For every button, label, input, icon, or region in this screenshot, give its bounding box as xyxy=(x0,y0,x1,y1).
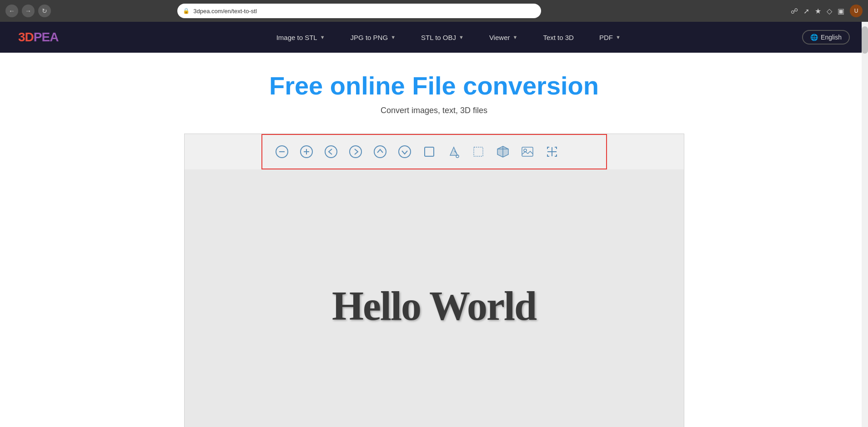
language-button[interactable]: 🌐 English xyxy=(802,30,850,45)
browser-scrollbar[interactable] xyxy=(862,22,868,427)
3d-view-button[interactable] xyxy=(492,141,513,162)
share-icon[interactable]: ➚ xyxy=(803,7,809,15)
fill-button[interactable] xyxy=(443,141,464,162)
address-bar[interactable]: 🔒 3dpea.com/en/text-to-stl xyxy=(177,4,541,18)
svg-rect-12 xyxy=(474,147,483,156)
canvas-area[interactable]: Hello World xyxy=(185,169,684,427)
refresh-button[interactable]: ↻ xyxy=(38,5,51,17)
svg-point-5 xyxy=(325,146,337,158)
translate-icon[interactable]: ☍ xyxy=(791,7,798,15)
nav-items: Image to STL ▼ JPG to PNG ▼ STL to OBJ ▼… xyxy=(95,22,802,53)
viewer-wrapper: Hello World xyxy=(184,134,684,427)
user-avatar[interactable]: U xyxy=(850,5,863,17)
nav-text-to-3d[interactable]: Text to 3D xyxy=(530,22,587,53)
pan-down-button[interactable] xyxy=(394,141,415,162)
page-title: Free online File conversion xyxy=(269,71,599,100)
expand-button[interactable] xyxy=(542,141,562,162)
chevron-down-icon: ▼ xyxy=(391,35,396,40)
main-content: Free online File conversion Convert imag… xyxy=(0,53,868,427)
chevron-down-icon: ▼ xyxy=(459,35,464,40)
gallery-button[interactable] xyxy=(517,141,538,162)
nav-stl-to-obj[interactable]: STL to OBJ ▼ xyxy=(408,22,477,53)
frame-button[interactable] xyxy=(419,141,440,162)
fullscreen-icon[interactable]: ▣ xyxy=(838,7,844,15)
back-button[interactable]: ← xyxy=(5,5,18,17)
browser-chrome: ← → ↻ 🔒 3dpea.com/en/text-to-stl ☍ ➚ ★ ◇… xyxy=(0,0,868,22)
chevron-down-icon: ▼ xyxy=(512,35,517,40)
svg-point-7 xyxy=(374,146,386,158)
pan-up-button[interactable] xyxy=(370,141,391,162)
svg-point-6 xyxy=(350,146,361,158)
scrollbar-thumb[interactable] xyxy=(862,26,868,54)
pan-right-button[interactable] xyxy=(345,141,366,162)
zoom-in-button[interactable] xyxy=(296,141,317,162)
nav-pdf[interactable]: PDF ▼ xyxy=(587,22,633,53)
forward-button[interactable]: → xyxy=(22,5,35,17)
svg-point-8 xyxy=(399,146,411,158)
url-text: 3dpea.com/en/text-to-stl xyxy=(193,8,256,15)
lock-icon: 🔒 xyxy=(183,8,190,14)
chevron-down-icon: ▼ xyxy=(616,35,621,40)
site-logo[interactable]: 3DPEA xyxy=(18,30,58,45)
svg-rect-16 xyxy=(522,147,533,156)
canvas-text: Hello World xyxy=(332,283,536,329)
browser-actions: ☍ ➚ ★ ◇ ▣ U xyxy=(791,5,863,17)
page-subtitle: Convert images, text, 3D files xyxy=(381,106,487,115)
logo-pea: PEA xyxy=(34,30,59,44)
viewer-toolbar xyxy=(261,134,607,169)
nav-image-to-stl[interactable]: Image to STL ▼ xyxy=(264,22,338,53)
pan-left-button[interactable] xyxy=(321,141,341,162)
nav-viewer[interactable]: Viewer ▼ xyxy=(477,22,530,53)
logo-3d: 3D xyxy=(18,30,34,44)
site-navbar: 3DPEA Image to STL ▼ JPG to PNG ▼ STL to… xyxy=(0,22,868,53)
svg-rect-9 xyxy=(425,147,434,156)
extensions-icon[interactable]: ◇ xyxy=(827,7,832,15)
bookmark-icon[interactable]: ★ xyxy=(815,7,821,15)
chevron-down-icon: ▼ xyxy=(320,35,325,40)
nav-jpg-to-png[interactable]: JPG to PNG ▼ xyxy=(338,22,408,53)
crop-button[interactable] xyxy=(468,141,489,162)
globe-icon: 🌐 xyxy=(810,34,818,41)
zoom-out-button[interactable] xyxy=(271,141,292,162)
